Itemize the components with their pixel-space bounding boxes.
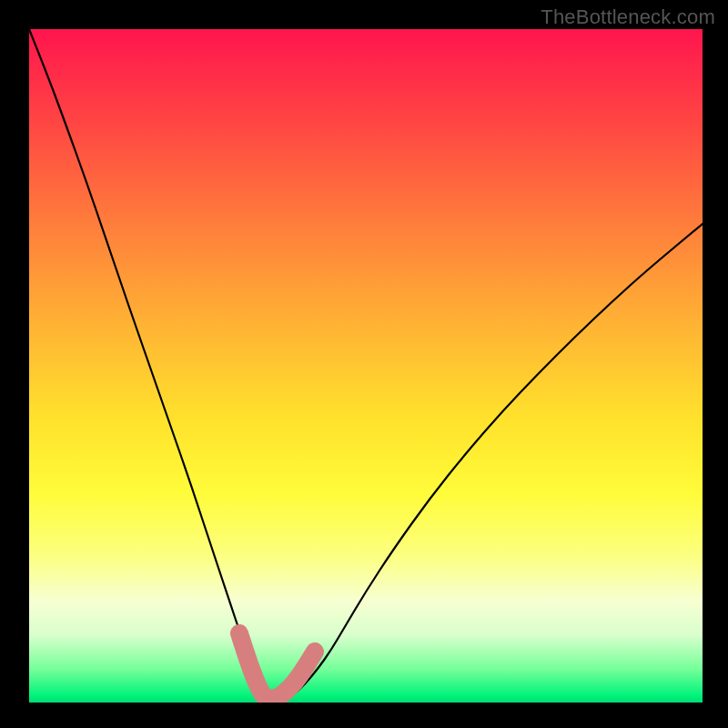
curve-svg	[29, 29, 703, 703]
trough-highlight	[239, 633, 315, 699]
watermark-text: TheBottleneck.com	[541, 5, 715, 29]
bottleneck-curve	[29, 29, 703, 699]
plot-area	[29, 29, 703, 703]
